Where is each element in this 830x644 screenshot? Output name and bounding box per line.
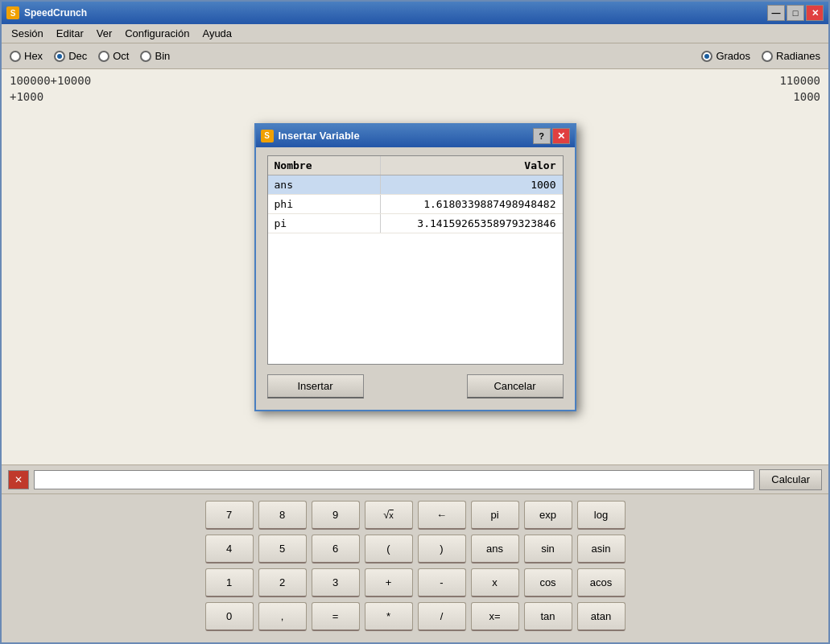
dialog-title: Insertar Variable bbox=[279, 130, 533, 142]
close-button[interactable]: ✕ bbox=[806, 5, 824, 21]
variable-table-container[interactable]: Nombre Valor ans 1000 phi 1.618033988749… bbox=[267, 155, 564, 365]
keypad-row-4: 0 , = * / x= tan atan bbox=[50, 602, 780, 631]
results-area: 100000+10000 110000 +1000 1000 S Inserta… bbox=[2, 69, 828, 464]
radio-dec-circle bbox=[54, 51, 65, 62]
key-backspace[interactable]: ← bbox=[418, 501, 466, 530]
menu-ayuda[interactable]: Ayuda bbox=[196, 26, 238, 41]
key-5[interactable]: 5 bbox=[258, 535, 307, 564]
key-divide[interactable]: / bbox=[418, 602, 466, 631]
radio-hex[interactable]: Hex bbox=[10, 50, 43, 62]
clear-icon: ✕ bbox=[14, 474, 23, 485]
key-6[interactable]: 6 bbox=[312, 535, 360, 564]
var-name-ans: ans bbox=[268, 175, 381, 194]
radio-grados-circle bbox=[701, 51, 712, 62]
key-multiply[interactable]: * bbox=[365, 602, 413, 631]
base-radio-group: Hex Dec Oct Bin bbox=[10, 50, 701, 62]
window-controls: — □ ✕ bbox=[767, 5, 824, 21]
var-row-ans[interactable]: ans 1000 bbox=[268, 175, 563, 195]
insert-button[interactable]: Insertar bbox=[267, 374, 364, 398]
radio-grados-label: Grados bbox=[716, 50, 750, 62]
clear-button[interactable]: ✕ bbox=[8, 470, 29, 489]
dialog-title-bar: S Insertar Variable ? ✕ bbox=[256, 125, 575, 147]
radio-bin-circle bbox=[140, 51, 151, 62]
window-title: SpeedCrunch bbox=[24, 7, 767, 19]
radio-radianes[interactable]: Radianes bbox=[762, 50, 820, 62]
key-x[interactable]: x bbox=[471, 568, 519, 597]
maximize-button[interactable]: □ bbox=[787, 5, 804, 21]
calculate-button[interactable]: Calcular bbox=[759, 469, 822, 490]
key-log[interactable]: log bbox=[577, 501, 626, 530]
key-acos[interactable]: acos bbox=[577, 568, 626, 597]
key-3[interactable]: 3 bbox=[312, 568, 360, 597]
dialog-icon: S bbox=[261, 130, 274, 142]
radio-radianes-label: Radianes bbox=[776, 50, 820, 62]
menu-editar[interactable]: Editar bbox=[50, 26, 90, 41]
key-ans[interactable]: ans bbox=[471, 535, 519, 564]
radio-radianes-circle bbox=[762, 51, 773, 62]
key-cos[interactable]: cos bbox=[524, 568, 572, 597]
menu-sesion[interactable]: Sesión bbox=[5, 26, 50, 41]
radio-bin[interactable]: Bin bbox=[140, 50, 170, 62]
key-7[interactable]: 7 bbox=[205, 501, 254, 530]
col-header-value: Valor bbox=[381, 156, 563, 175]
angle-radio-group: Grados Radianes bbox=[701, 50, 820, 62]
expression-input[interactable] bbox=[34, 470, 754, 489]
insert-variable-dialog: S Insertar Variable ? ✕ Nombre Valor bbox=[254, 123, 576, 411]
var-name-pi: pi bbox=[268, 214, 381, 233]
dialog-close-button[interactable]: ✕ bbox=[552, 128, 570, 144]
dialog-controls: ? ✕ bbox=[533, 128, 570, 144]
key-plus[interactable]: + bbox=[365, 568, 413, 597]
key-pi[interactable]: pi bbox=[471, 501, 519, 530]
minimize-button[interactable]: — bbox=[767, 5, 785, 21]
key-comma[interactable]: , bbox=[258, 602, 307, 631]
key-rparen[interactable]: ) bbox=[418, 535, 466, 564]
dialog-help-button[interactable]: ? bbox=[533, 128, 551, 144]
menu-ver[interactable]: Ver bbox=[90, 26, 119, 41]
key-lparen[interactable]: ( bbox=[365, 535, 413, 564]
key-atan[interactable]: atan bbox=[577, 602, 626, 631]
radio-dec[interactable]: Dec bbox=[54, 50, 87, 62]
key-asin[interactable]: asin bbox=[577, 535, 626, 564]
var-table-header: Nombre Valor bbox=[268, 156, 563, 175]
key-tan[interactable]: tan bbox=[524, 602, 572, 631]
key-1[interactable]: 1 bbox=[205, 568, 254, 597]
radio-dec-label: Dec bbox=[68, 50, 87, 62]
dialog-buttons: Insertar Cancelar bbox=[267, 374, 564, 402]
key-4[interactable]: 4 bbox=[205, 535, 254, 564]
menu-configuracion[interactable]: Configuración bbox=[118, 26, 196, 41]
radio-oct-circle bbox=[98, 51, 109, 62]
key-0[interactable]: 0 bbox=[205, 602, 254, 631]
key-2[interactable]: 2 bbox=[258, 568, 307, 597]
keypad-row-1: 7 8 9 √x ← pi exp log bbox=[50, 501, 780, 530]
number-mode-bar: Hex Dec Oct Bin Grados Radianes bbox=[2, 43, 828, 69]
key-equals[interactable]: = bbox=[312, 602, 360, 631]
var-value-ans: 1000 bbox=[381, 175, 563, 194]
radio-grados[interactable]: Grados bbox=[701, 50, 750, 62]
cancel-button[interactable]: Cancelar bbox=[467, 374, 564, 398]
radio-oct[interactable]: Oct bbox=[98, 50, 129, 62]
app-icon: S bbox=[6, 6, 19, 19]
key-sqrt[interactable]: √x bbox=[365, 501, 413, 530]
menu-bar: Sesión Editar Ver Configuración Ayuda bbox=[2, 24, 828, 43]
col-header-name: Nombre bbox=[268, 156, 381, 175]
var-row-pi[interactable]: pi 3.14159265358979323846 bbox=[268, 214, 563, 233]
key-xeq[interactable]: x= bbox=[471, 602, 519, 631]
key-8[interactable]: 8 bbox=[258, 501, 307, 530]
dialog-content: Nombre Valor ans 1000 phi 1.618033988749… bbox=[256, 147, 575, 410]
radio-oct-label: Oct bbox=[113, 50, 129, 62]
keypad: 7 8 9 √x ← pi exp log 4 5 6 ( ) ans sin … bbox=[2, 493, 828, 642]
var-row-phi[interactable]: phi 1.6180339887498948482 bbox=[268, 195, 563, 214]
radio-hex-circle bbox=[10, 51, 21, 62]
main-window: S SpeedCrunch — □ ✕ Sesión Editar Ver Co… bbox=[0, 0, 830, 644]
key-sin[interactable]: sin bbox=[524, 535, 572, 564]
key-minus[interactable]: - bbox=[418, 568, 466, 597]
key-9[interactable]: 9 bbox=[312, 501, 360, 530]
radio-bin-label: Bin bbox=[155, 50, 170, 62]
var-value-pi: 3.14159265358979323846 bbox=[381, 214, 563, 233]
input-bar: ✕ Calcular bbox=[2, 464, 828, 493]
var-name-phi: phi bbox=[268, 195, 381, 213]
key-exp[interactable]: exp bbox=[524, 501, 572, 530]
keypad-row-3: 1 2 3 + - x cos acos bbox=[50, 568, 780, 597]
modal-overlay: S Insertar Variable ? ✕ Nombre Valor bbox=[2, 69, 828, 464]
var-value-phi: 1.6180339887498948482 bbox=[381, 195, 563, 213]
